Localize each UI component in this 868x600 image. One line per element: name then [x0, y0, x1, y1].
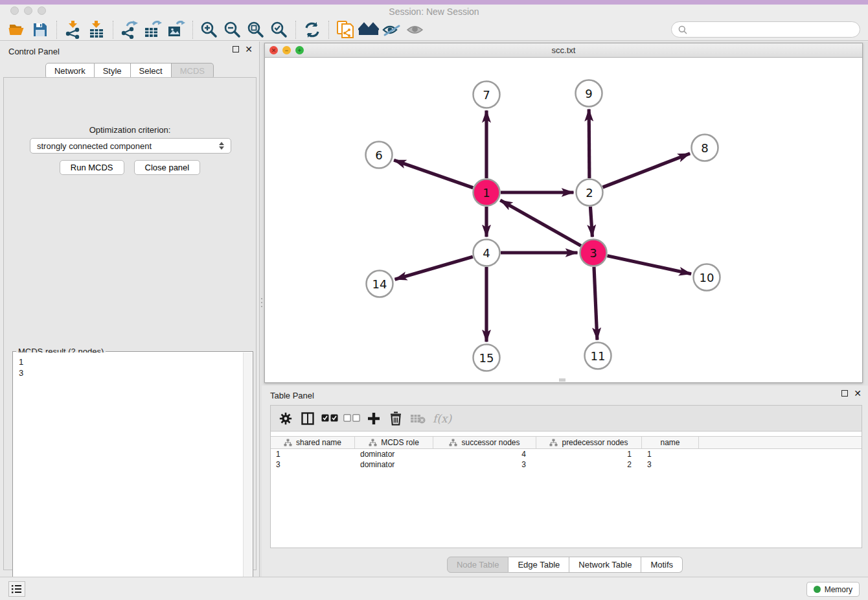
edge-2-8[interactable]	[603, 154, 691, 187]
column-header-successor-nodes[interactable]: successor nodes	[433, 437, 536, 448]
zoom-out-button[interactable]	[221, 19, 244, 40]
import-table-button[interactable]	[85, 19, 108, 40]
mcds-result-scrollbar[interactable]	[243, 352, 252, 599]
search-input[interactable]	[691, 25, 853, 34]
optimization-criterion-select[interactable]: strongly connected component	[30, 138, 231, 154]
node-8[interactable]: 8	[692, 135, 718, 161]
toolbar-separator	[56, 21, 57, 39]
clone-network-button[interactable]	[334, 19, 357, 40]
cell-successor-nodes[interactable]: 4	[433, 449, 536, 459]
node-6[interactable]: 6	[366, 142, 393, 168]
column-label: successor nodes	[461, 438, 520, 447]
export-network-button[interactable]	[118, 19, 141, 40]
open-session-button[interactable]	[5, 19, 29, 40]
tab-network-table[interactable]: Network Table	[569, 557, 641, 573]
edge-3-11[interactable]	[594, 267, 597, 340]
edge-4-14[interactable]	[395, 257, 473, 279]
zoom-fit-icon	[247, 21, 265, 39]
edge-1-6[interactable]	[394, 160, 473, 188]
status-bar: Memory	[0, 577, 868, 600]
node-label: 11	[591, 349, 606, 363]
close-table-panel-icon[interactable]: ✕	[854, 390, 862, 397]
network-scrollbar-nub[interactable]	[559, 378, 565, 382]
attribute-type-icon	[369, 439, 377, 446]
node-15[interactable]: 15	[474, 345, 500, 371]
cell-predecessor-nodes[interactable]: 2	[536, 459, 642, 470]
cell-name[interactable]: 1	[642, 449, 699, 459]
tab-motifs[interactable]: Motifs	[641, 557, 683, 573]
node-10[interactable]: 10	[694, 264, 720, 291]
column-header-name[interactable]: name	[642, 437, 699, 448]
delete-table-button[interactable]	[408, 409, 428, 428]
table-row[interactable]: 3dominator323	[271, 459, 862, 470]
add-row-button[interactable]	[364, 409, 383, 428]
memory-label: Memory	[825, 585, 852, 594]
cell-name[interactable]: 3	[642, 459, 699, 470]
select-all-columns-button[interactable]	[320, 409, 339, 428]
cell-mcds-role[interactable]: dominator	[355, 459, 433, 470]
cell-shared-name[interactable]: 3	[271, 459, 355, 470]
table-row[interactable]: 1dominator411	[271, 449, 862, 459]
table-settings-button[interactable]	[276, 409, 295, 428]
column-layout-button[interactable]	[298, 409, 317, 428]
export-table-button[interactable]	[141, 19, 165, 40]
close-panel-icon[interactable]: ✕	[245, 46, 253, 52]
edge-2-3[interactable]	[590, 207, 592, 237]
mcds-tab-content: Optimization criterion: strongly connect…	[3, 77, 257, 570]
toolbar-separator	[192, 21, 193, 39]
network-canvas[interactable]: 7968124314101511	[265, 58, 862, 382]
float-table-panel-icon[interactable]	[841, 390, 848, 397]
zoom-out-icon	[223, 21, 242, 39]
zoom-selected-button[interactable]	[268, 19, 291, 40]
tab-edge-table[interactable]: Edge Table	[508, 557, 569, 573]
node-9[interactable]: 9	[576, 80, 602, 107]
column-header-mcds-role[interactable]: MCDS role	[355, 437, 433, 448]
save-session-button[interactable]	[29, 19, 52, 40]
panel-splitter-handle[interactable]	[260, 298, 263, 314]
node-7[interactable]: 7	[474, 82, 500, 108]
deselect-all-columns-button[interactable]	[342, 409, 361, 428]
function-builder-button[interactable]: f(x)	[433, 412, 451, 425]
edge-2-9[interactable]	[589, 109, 589, 178]
search-box[interactable]	[671, 21, 860, 38]
zoom-in-button[interactable]	[198, 19, 221, 40]
node-2[interactable]: 2	[577, 179, 603, 206]
select-chevrons-icon	[219, 142, 224, 150]
network-window-titlebar[interactable]: ✕ − + scc.txt	[265, 43, 862, 58]
cell-successor-nodes[interactable]: 3	[433, 459, 536, 470]
tab-node-table[interactable]: Node Table	[447, 557, 509, 573]
delete-row-button[interactable]	[386, 409, 405, 428]
first-neighbors-button[interactable]	[357, 19, 380, 40]
export-image-button[interactable]	[165, 19, 188, 40]
close-panel-button[interactable]: Close panel	[134, 160, 201, 175]
cell-mcds-role[interactable]: dominator	[355, 449, 433, 459]
node-4[interactable]: 4	[474, 240, 500, 266]
mcds-result-list[interactable]: 13	[14, 352, 252, 599]
import-network-button[interactable]	[62, 19, 85, 40]
float-panel-icon[interactable]	[233, 46, 239, 52]
refresh-view-button[interactable]	[301, 19, 324, 40]
table-panel: Table Panel ✕	[262, 386, 868, 577]
node-1[interactable]: 1	[474, 179, 500, 206]
edge-3-1[interactable]	[500, 200, 580, 246]
hide-selected-button[interactable]	[380, 19, 404, 40]
memory-button[interactable]: Memory	[806, 582, 860, 597]
toolbar-separator	[328, 21, 329, 39]
node-3[interactable]: 3	[580, 240, 607, 266]
plus-icon	[367, 411, 381, 426]
run-mcds-button[interactable]: Run MCDS	[60, 160, 124, 175]
column-header-predecessor-nodes[interactable]: predecessor nodes	[536, 437, 642, 448]
node-14[interactable]: 14	[367, 271, 393, 297]
mcds-result-group: MCDS result (2 nodes) 13	[12, 351, 253, 600]
edge-3-10[interactable]	[607, 256, 691, 274]
cell-shared-name[interactable]: 1	[271, 449, 355, 459]
table-body: 1dominator4113dominator323	[271, 449, 862, 470]
selected-criterion: strongly connected component	[37, 141, 219, 151]
column-header-shared-name[interactable]: shared name	[271, 437, 355, 448]
task-history-button[interactable]	[8, 581, 25, 597]
show-all-button[interactable]	[404, 19, 427, 40]
cell-predecessor-nodes[interactable]: 1	[536, 449, 642, 459]
titlebar: Session: New Session	[0, 5, 868, 19]
node-11[interactable]: 11	[585, 343, 611, 369]
zoom-fit-button[interactable]	[244, 19, 268, 40]
